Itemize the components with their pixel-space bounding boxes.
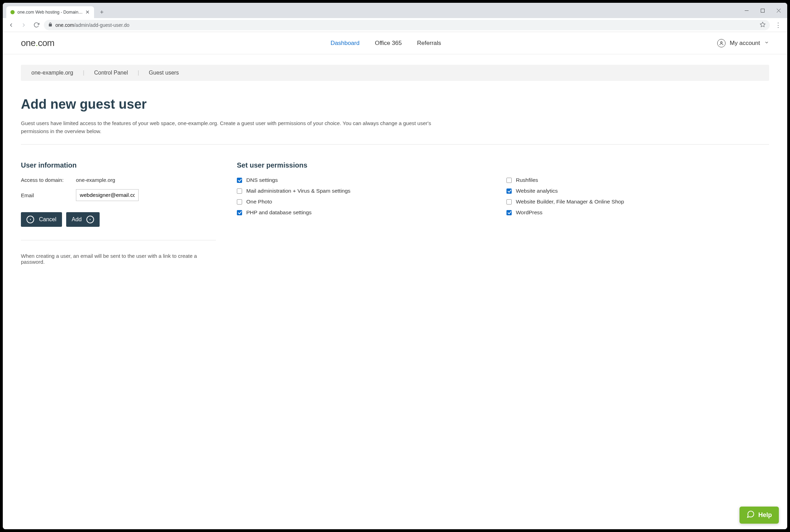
bookmark-star-icon[interactable] xyxy=(760,22,766,29)
breadcrumb-guest-users[interactable]: Guest users xyxy=(149,70,179,76)
main-nav: Dashboard Office 365 Referrals xyxy=(54,40,717,47)
permission-left-0[interactable]: DNS settings xyxy=(237,177,499,183)
svg-rect-1 xyxy=(761,9,764,12)
url-field[interactable]: one.com/admin/add-guest-user.do xyxy=(44,20,770,30)
svg-point-5 xyxy=(721,41,722,43)
checkbox[interactable] xyxy=(506,178,512,183)
page-title: Add new guest user xyxy=(21,97,769,112)
permission-label: Rushfiles xyxy=(516,177,538,183)
url-text: one.com/admin/add-guest-user.do xyxy=(55,22,757,28)
tab-strip: one.com Web hosting - Domain… ✕ + xyxy=(3,3,787,18)
checkbox[interactable] xyxy=(237,210,242,215)
lock-icon xyxy=(48,22,53,28)
page-description: Guest users have limited access to the f… xyxy=(21,119,439,135)
permission-label: Mail administration + Virus & Spam setti… xyxy=(246,188,350,194)
add-button[interactable]: Add xyxy=(66,212,100,227)
browser-menu-icon[interactable]: ⋮ xyxy=(773,21,784,29)
permissions-section: Set user permissions DNS settingsMail ad… xyxy=(237,161,769,265)
divider xyxy=(21,240,216,240)
user-info-heading: User information xyxy=(21,161,216,169)
email-label: Email xyxy=(21,192,76,198)
chat-icon xyxy=(746,510,755,520)
permission-left-2[interactable]: One Photo xyxy=(237,199,499,205)
account-label: My account xyxy=(730,40,760,47)
new-tab-button[interactable]: + xyxy=(97,7,107,17)
checkbox[interactable] xyxy=(506,188,512,194)
favicon xyxy=(10,10,15,14)
logo[interactable]: one.com xyxy=(21,38,54,48)
nav-dashboard[interactable]: Dashboard xyxy=(331,40,359,47)
divider xyxy=(21,144,769,145)
permission-right-2[interactable]: Website Builder, File Manager & Online S… xyxy=(506,199,769,205)
access-domain-value: one-example.org xyxy=(76,177,115,183)
permission-right-1[interactable]: Website analytics xyxy=(506,188,769,194)
nav-office365[interactable]: Office 365 xyxy=(375,40,402,47)
main-content: one-example.org | Control Panel | Guest … xyxy=(3,54,787,279)
help-button[interactable]: Help xyxy=(739,507,779,524)
site-header: one.com Dashboard Office 365 Referrals M… xyxy=(3,32,787,54)
checkbox[interactable] xyxy=(237,199,242,205)
breadcrumb-control-panel[interactable]: Control Panel xyxy=(94,70,128,76)
permission-label: DNS settings xyxy=(246,177,278,183)
close-tab-icon[interactable]: ✕ xyxy=(85,9,90,15)
access-domain-label: Access to domain: xyxy=(21,177,76,183)
arrow-right-icon xyxy=(86,216,94,223)
checkbox[interactable] xyxy=(506,210,512,215)
checkbox[interactable] xyxy=(237,188,242,194)
tab-title: one.com Web hosting - Domain… xyxy=(17,10,83,15)
address-bar: one.com/admin/add-guest-user.do ⋮ xyxy=(3,18,787,32)
permission-right-0[interactable]: Rushfiles xyxy=(506,177,769,183)
permission-left-3[interactable]: PHP and database settings xyxy=(237,209,499,216)
permission-label: One Photo xyxy=(246,199,272,205)
permission-label: Website analytics xyxy=(516,188,558,194)
forward-button[interactable] xyxy=(19,20,29,30)
permission-right-3[interactable]: WordPress xyxy=(506,209,769,216)
reload-button[interactable] xyxy=(31,20,41,30)
checkbox[interactable] xyxy=(237,178,242,183)
create-user-note: When creating a user, an email will be s… xyxy=(21,253,216,265)
minimize-button[interactable] xyxy=(738,3,754,18)
email-field[interactable] xyxy=(76,189,139,201)
nav-referrals[interactable]: Referrals xyxy=(417,40,441,47)
breadcrumb-domain[interactable]: one-example.org xyxy=(31,70,73,76)
browser-window: one.com Web hosting - Domain… ✕ + xyxy=(3,3,787,529)
checkbox[interactable] xyxy=(506,199,512,205)
permission-label: PHP and database settings xyxy=(246,209,312,216)
cancel-button[interactable]: Cancel xyxy=(21,212,62,227)
svg-marker-4 xyxy=(760,22,765,26)
arrow-left-icon xyxy=(26,216,34,223)
user-information-section: User information Access to domain: one-e… xyxy=(21,161,216,265)
user-icon xyxy=(717,39,726,47)
permissions-heading: Set user permissions xyxy=(237,161,769,169)
breadcrumb: one-example.org | Control Panel | Guest … xyxy=(21,65,769,81)
close-window-button[interactable] xyxy=(770,3,787,18)
maximize-button[interactable] xyxy=(754,3,770,18)
window-controls xyxy=(738,3,787,18)
page-content: one.com Dashboard Office 365 Referrals M… xyxy=(3,32,787,529)
permission-left-1[interactable]: Mail administration + Virus & Spam setti… xyxy=(237,188,499,194)
account-menu[interactable]: My account xyxy=(717,39,769,47)
permission-label: WordPress xyxy=(516,209,542,216)
back-button[interactable] xyxy=(6,20,16,30)
permission-label: Website Builder, File Manager & Online S… xyxy=(516,199,624,205)
browser-tab[interactable]: one.com Web hosting - Domain… ✕ xyxy=(6,6,94,18)
chevron-down-icon xyxy=(764,40,769,47)
